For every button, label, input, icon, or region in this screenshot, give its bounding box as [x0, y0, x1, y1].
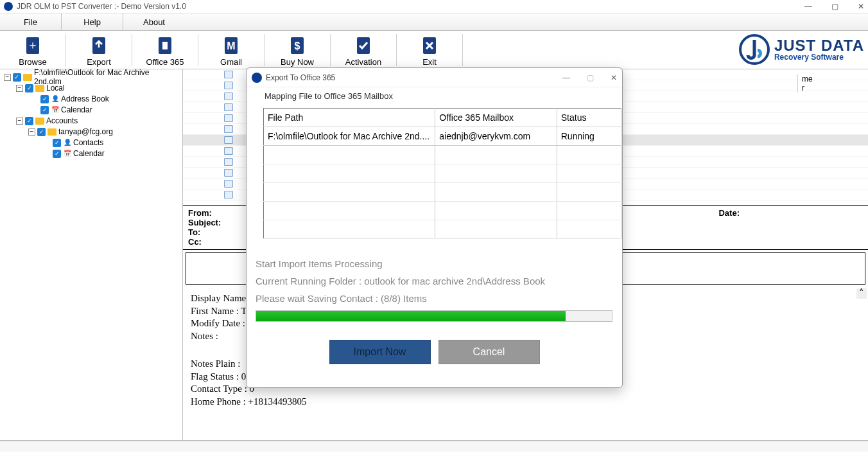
exit-icon — [419, 35, 440, 56]
dialog-title: Export To Office 365 — [266, 73, 335, 82]
contact-icon — [224, 180, 233, 188]
maximize-icon[interactable]: ▢ — [831, 2, 838, 11]
contact-icon — [224, 114, 233, 122]
menu-file[interactable]: File — [0, 13, 62, 30]
label-to: To: — [188, 227, 227, 237]
contacts-icon: 👤 — [63, 139, 71, 147]
export-icon — [89, 35, 109, 56]
contact-icon — [224, 147, 233, 155]
contact-icon — [224, 92, 233, 100]
contact-icon — [224, 125, 233, 133]
col-file-path: File Path — [264, 109, 435, 127]
svg-text:＋: ＋ — [27, 39, 39, 51]
checkbox[interactable]: ✓ — [40, 106, 49, 114]
cancel-button[interactable]: Cancel — [438, 340, 540, 364]
office365-icon — [155, 35, 175, 56]
toolbar-exit[interactable]: Exit — [397, 33, 462, 67]
label-subject: Subject: — [188, 218, 227, 227]
tree-email[interactable]: tanyap@fcg.org — [58, 127, 113, 136]
close-icon[interactable]: ✕ — [858, 2, 864, 11]
cell-mailbox: aiednjb@verykvm.com — [435, 127, 557, 146]
contact-icon — [224, 82, 233, 89]
col-mailbox: Office 365 Mailbox — [435, 109, 557, 127]
contact-icon — [224, 103, 233, 111]
folder-icon — [35, 85, 44, 92]
gmail-icon: M — [221, 35, 241, 56]
progress-fill — [256, 311, 566, 321]
window-title: JDR OLM to PST Converter :- Demo Version… — [17, 2, 186, 11]
svg-text:$: $ — [295, 40, 300, 51]
folder-icon — [48, 128, 56, 136]
menu-help[interactable]: Help — [62, 13, 123, 30]
dialog-minimize-icon[interactable]: — — [562, 73, 570, 82]
checkbox[interactable]: ✓ — [25, 117, 33, 125]
checkbox[interactable]: ✓ — [37, 128, 46, 136]
calendar-icon: 📅 — [63, 150, 71, 158]
title-bar: JDR OLM to PST Converter :- Demo Version… — [0, 0, 868, 13]
folder-icon — [35, 118, 44, 125]
label-from: From: — [188, 208, 227, 218]
tree-accounts[interactable]: Accounts — [46, 116, 78, 125]
checkbox[interactable]: ✓ — [53, 150, 61, 158]
app-icon — [252, 73, 262, 83]
brand-logo: JUST DATA Recovery Software — [738, 33, 864, 66]
expand-icon[interactable]: − — [16, 85, 23, 92]
expand-icon[interactable]: − — [28, 128, 35, 136]
table-row[interactable]: F:\olmfile\Outlook for Mac Archive 2nd..… — [264, 127, 621, 146]
mapping-legend: Mapping File to Office 365 Mailbox — [262, 91, 395, 101]
progress-bar — [256, 310, 612, 322]
check-icon — [353, 35, 374, 56]
dialog-close-icon[interactable]: ✕ — [611, 73, 617, 82]
detail-home-phone: Home Phone : +18134493805 — [191, 396, 860, 409]
progress-line3: Please wait Saving Contact : (8/8) Items — [256, 293, 613, 304]
col-status: Status — [557, 109, 621, 127]
cell-status: Running — [557, 127, 621, 146]
folder-icon — [23, 74, 32, 81]
progress-line2: Current Running Folder : outlook for mac… — [256, 276, 613, 286]
status-bar — [0, 441, 868, 452]
menu-about[interactable]: About — [123, 13, 185, 30]
app-icon — [4, 2, 13, 11]
contact-icon — [224, 71, 233, 78]
mapping-groupbox: Mapping File to Office 365 Mailbox File … — [256, 96, 613, 251]
expand-icon[interactable]: − — [16, 118, 23, 125]
minimize-icon[interactable]: — — [804, 2, 812, 11]
folder-tree[interactable]: −✓F:\olmfile\Outlook for Mac Archive 2nd… — [0, 69, 183, 440]
progress-group: Start Import Items Processing Current Ru… — [256, 258, 613, 304]
toolbar-browse[interactable]: ＋ Browse — [0, 33, 65, 67]
tree-contacts[interactable]: Contacts — [73, 138, 103, 147]
logo-icon — [738, 33, 770, 66]
mapping-table: File Path Office 365 Mailbox Status F:\o… — [263, 108, 621, 239]
toolbar-gmail[interactable]: M Gmail — [198, 33, 264, 67]
right-header-fragment: me r — [797, 75, 868, 92]
file-plus-icon: ＋ — [22, 35, 43, 56]
contacts-icon: 👤 — [51, 95, 59, 103]
tree-calendar[interactable]: Calendar — [61, 105, 92, 114]
import-now-button[interactable]: Import Now — [329, 340, 431, 364]
contact-icon — [224, 158, 233, 166]
export-office365-dialog: Export To Office 365 — ▢ ✕ Mapping File … — [246, 67, 623, 388]
toolbar-buy-now[interactable]: $ Buy Now — [265, 33, 330, 67]
checkbox[interactable]: ✓ — [53, 139, 61, 147]
toolbar-activation[interactable]: Activation — [331, 33, 396, 67]
tree-calendar2[interactable]: Calendar — [73, 149, 105, 158]
toolbar-export[interactable]: Export — [66, 33, 132, 67]
scroll-up-icon[interactable]: ˄ — [856, 288, 867, 299]
cell-file-path: F:\olmfile\Outlook for Mac Archive 2nd..… — [264, 127, 435, 146]
label-date: Date: — [718, 208, 740, 218]
tree-addressbook[interactable]: Address Book — [61, 94, 109, 103]
calendar-icon: 📅 — [51, 106, 59, 114]
svg-rect-4 — [162, 42, 168, 49]
checkbox[interactable]: ✓ — [13, 73, 21, 82]
contact-icon — [224, 169, 233, 177]
menu-bar: File Help About — [0, 13, 868, 31]
label-cc: Cc: — [188, 237, 227, 247]
checkbox[interactable]: ✓ — [40, 95, 49, 103]
tree-local[interactable]: Local — [46, 84, 65, 92]
contact-icon — [224, 136, 233, 144]
dialog-maximize-icon: ▢ — [587, 73, 594, 82]
checkbox[interactable]: ✓ — [25, 84, 33, 92]
contact-icon — [224, 191, 233, 198]
expand-icon[interactable]: − — [4, 74, 11, 81]
toolbar-office365[interactable]: Office 365 — [132, 33, 198, 67]
